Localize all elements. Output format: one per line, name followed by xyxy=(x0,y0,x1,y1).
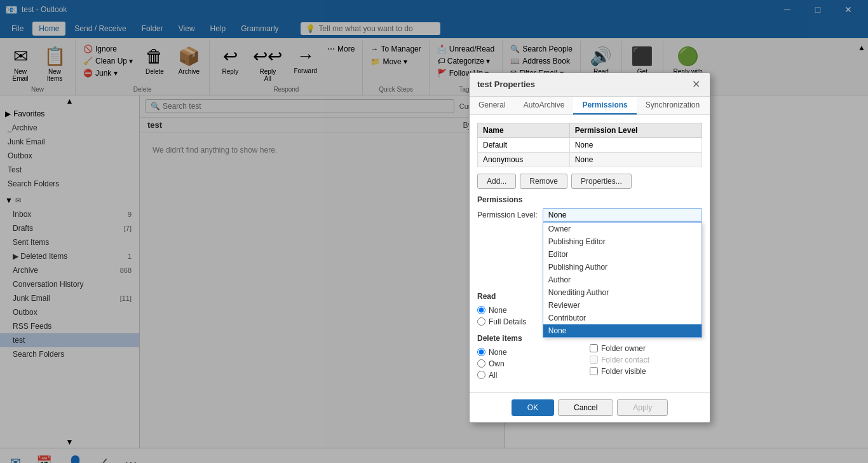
permission-level-dropdown-container: None Owner Publishing Editor Editor Publ… xyxy=(543,208,702,222)
col-name-header: Name xyxy=(478,123,570,137)
permission-level-row: Permission Level: None Owner Publishing … xyxy=(477,208,702,222)
folder-owner-check[interactable] xyxy=(590,344,598,352)
folder-visible-option[interactable]: Folder visible xyxy=(590,367,702,376)
cancel-button[interactable]: Cancel xyxy=(558,399,613,416)
option-owner[interactable]: Owner xyxy=(543,223,702,235)
folder-contact-option[interactable]: Folder contact xyxy=(590,356,702,364)
modal-tabs: General AutoArchive Permissions Synchron… xyxy=(470,97,710,115)
option-author[interactable]: Author xyxy=(543,273,702,286)
permissions-table: Name Permission Level Default None Anony… xyxy=(477,123,702,167)
properties-dialog: test Properties ✕ General AutoArchive Pe… xyxy=(469,73,710,423)
permission-buttons: Add... Remove Properties... xyxy=(477,174,702,189)
folder-owner-label: Folder owner xyxy=(601,344,646,353)
perm-row-default: Default None xyxy=(478,137,702,152)
delete-own-radio[interactable] xyxy=(477,359,485,368)
delete-none-radio[interactable] xyxy=(477,348,485,356)
col-permission-header: Permission Level xyxy=(569,123,702,137)
read-none-label: None xyxy=(489,306,507,315)
modal-overlay: test Properties ✕ General AutoArchive Pe… xyxy=(0,0,868,463)
folder-owner-option[interactable]: Folder owner xyxy=(590,344,702,353)
folder-contact-check xyxy=(590,356,598,364)
ok-button[interactable]: OK xyxy=(512,399,554,416)
read-none-radio[interactable] xyxy=(477,306,485,314)
delete-own-option[interactable]: Own xyxy=(477,359,590,368)
option-publishing-author[interactable]: Publishing Author xyxy=(543,261,702,273)
option-contributor[interactable]: Contributor xyxy=(543,312,702,324)
option-nonediting-author[interactable]: Nonediting Author xyxy=(543,286,702,299)
add-button[interactable]: Add... xyxy=(477,174,516,189)
permissions-section-title: Permissions xyxy=(477,195,702,204)
modal-title: test Properties xyxy=(477,79,535,89)
perm-default-level: None xyxy=(569,137,702,152)
modal-close-button[interactable]: ✕ xyxy=(689,78,702,91)
delete-none-option[interactable]: None xyxy=(477,348,590,357)
modal-body: Name Permission Level Default None Anony… xyxy=(470,115,710,392)
option-none-selected[interactable]: None xyxy=(543,324,702,337)
dropdown-list: Owner Publishing Editor Editor Publishin… xyxy=(543,222,702,338)
delete-none-label: None xyxy=(489,348,507,357)
read-fulldetails-radio[interactable] xyxy=(477,317,485,326)
option-reviewer[interactable]: Reviewer xyxy=(543,299,702,312)
apply-button[interactable]: Apply xyxy=(617,399,668,416)
remove-button[interactable]: Remove xyxy=(520,174,567,189)
folder-contact-label: Folder contact xyxy=(601,356,649,364)
folder-visible-check[interactable] xyxy=(590,367,598,375)
permission-level-label: Permission Level: xyxy=(477,211,538,219)
folder-visible-label: Folder visible xyxy=(601,367,646,376)
permission-level-dropdown[interactable]: None xyxy=(543,208,702,222)
modal-title-bar: test Properties ✕ xyxy=(470,73,710,97)
perm-anonymous-level: None xyxy=(569,152,702,167)
tab-general[interactable]: General xyxy=(470,97,515,114)
properties-button[interactable]: Properties... xyxy=(571,174,632,189)
read-fulldetails-label: Full Details xyxy=(489,317,526,326)
option-publishing-editor[interactable]: Publishing Editor xyxy=(543,235,702,248)
tab-synchronization[interactable]: Synchronization xyxy=(637,97,709,114)
delete-own-label: Own xyxy=(489,359,505,368)
perm-row-anonymous: Anonymous None xyxy=(478,152,702,167)
modal-footer: OK Cancel Apply xyxy=(470,392,710,422)
tab-autoarchive[interactable]: AutoArchive xyxy=(515,97,574,114)
perm-anonymous-name: Anonymous xyxy=(478,152,570,167)
option-editor[interactable]: Editor xyxy=(543,248,702,261)
perm-default-name: Default xyxy=(478,137,570,152)
delete-all-option[interactable]: All xyxy=(477,371,590,380)
delete-all-label: All xyxy=(489,371,497,380)
tab-permissions[interactable]: Permissions xyxy=(573,97,636,114)
delete-all-radio[interactable] xyxy=(477,371,485,379)
